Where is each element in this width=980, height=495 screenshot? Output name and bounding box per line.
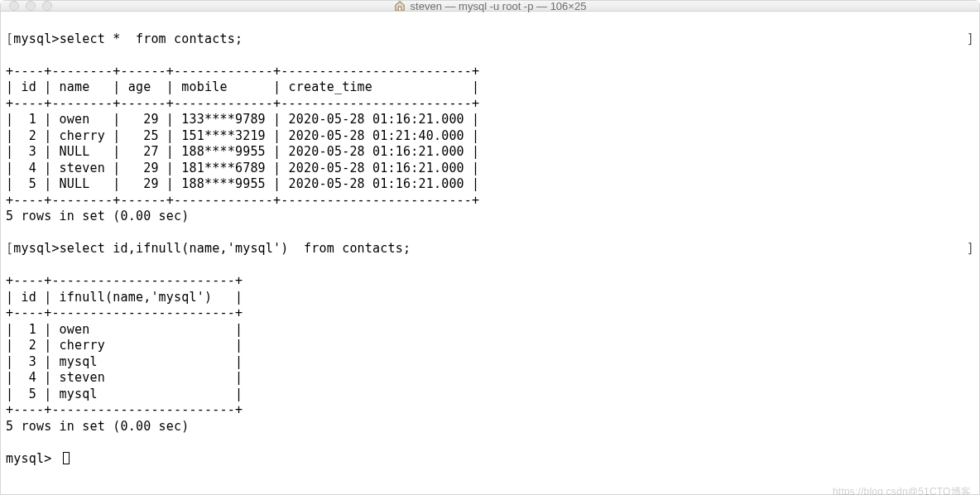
sql-query-2: select id,ifnull(name,'mysql') from cont… <box>60 241 411 257</box>
terminal-window: steven — mysql -u root -p — 106×25 [mysq… <box>0 0 980 495</box>
table1-row: | 1 | owen | 29 | 133****9789 | 2020-05-… <box>6 112 479 127</box>
table2-footer: 5 rows in set (0.00 sec) <box>6 419 190 434</box>
minimize-button[interactable] <box>26 1 36 11</box>
prompt: mysql> <box>6 451 51 466</box>
table1-row: | 4 | steven | 29 | 181****6789 | 2020-0… <box>6 161 479 175</box>
table2-row: | 1 | owen | <box>6 322 243 337</box>
right-bracket: ] <box>967 31 974 48</box>
right-bracket: ] <box>967 241 974 257</box>
table1-border-bottom: +----+--------+------+-------------+----… <box>6 193 479 208</box>
terminal-body[interactable]: [mysql> select * from contacts;] +----+-… <box>1 12 979 495</box>
table2-border-bottom: +----+------------------------+ <box>6 402 243 417</box>
zoom-button[interactable] <box>42 1 52 11</box>
titlebar[interactable]: steven — mysql -u root -p — 106×25 <box>1 1 979 12</box>
table2-header: | id | ifnull(name,'mysql') | <box>6 290 243 305</box>
prompt: mysql> <box>13 241 59 257</box>
window-title: steven — mysql -u root -p — 106×25 <box>1 0 979 12</box>
table1-row: | 5 | NULL | 29 | 188****9955 | 2020-05-… <box>6 176 479 191</box>
left-bracket: [ <box>6 241 13 257</box>
watermark: https://blog.csdn@51CTO博客 <box>833 486 971 495</box>
table1-footer: 5 rows in set (0.00 sec) <box>6 209 190 223</box>
table2-row: | 3 | mysql | <box>6 354 243 369</box>
table1-header: | id | name | age | mobile | create_time… <box>6 79 479 94</box>
table2-border-top: +----+------------------------+ <box>6 273 243 288</box>
prompt: mysql> <box>13 31 59 48</box>
table1-row: | 3 | NULL | 27 | 188****9955 | 2020-05-… <box>6 144 479 159</box>
sql-query-1: select * from contacts; <box>60 31 243 48</box>
table1-row: | 2 | cherry | 25 | 151****3219 | 2020-0… <box>6 128 479 143</box>
table2-row: | 4 | steven | <box>6 370 243 385</box>
table1-border-mid: +----+--------+------+-------------+----… <box>6 96 479 111</box>
left-bracket: [ <box>6 31 13 48</box>
home-icon <box>394 0 406 12</box>
table2-border-mid: +----+------------------------+ <box>6 305 243 320</box>
cursor[interactable] <box>63 452 70 464</box>
table2-row: | 2 | cherry | <box>6 338 243 353</box>
window-title-text: steven — mysql -u root -p — 106×25 <box>411 0 587 12</box>
table1-border-top: +----+--------+------+-------------+----… <box>6 64 479 79</box>
table2-row: | 5 | mysql | <box>6 387 243 401</box>
traffic-lights <box>9 1 52 11</box>
close-button[interactable] <box>9 1 19 11</box>
